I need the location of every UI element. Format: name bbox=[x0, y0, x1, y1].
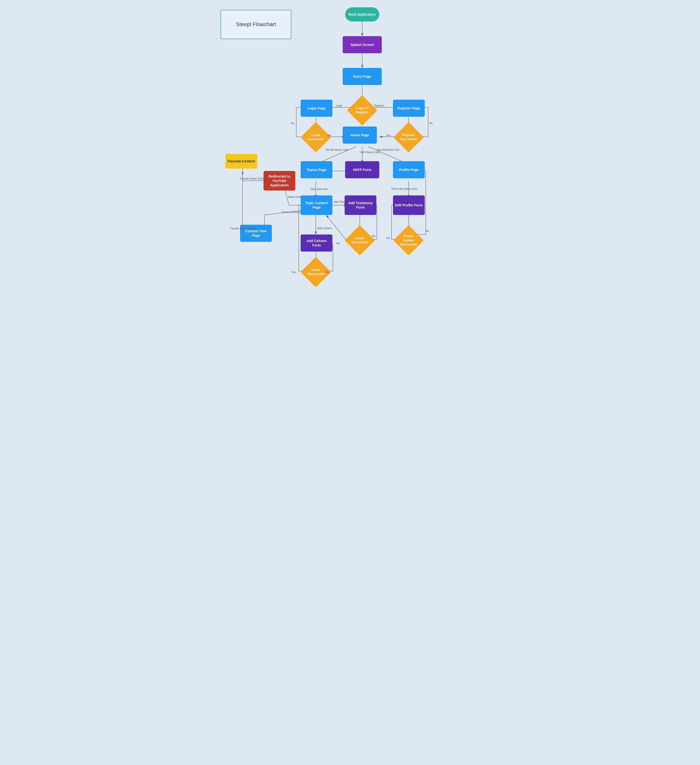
label-no-login: No bbox=[291, 122, 294, 124]
label-register: Register bbox=[374, 104, 384, 107]
node-edit-profile-form: Edit Profile Form bbox=[393, 195, 425, 215]
node-login-successful: Login Successful bbox=[300, 122, 331, 153]
node-login-page: Login Page bbox=[300, 100, 332, 117]
node-entry: Entry Page bbox=[343, 68, 382, 85]
label-no-profile-1: No bbox=[387, 236, 390, 239]
label-edit-profile: Edit Profile Button Click bbox=[392, 187, 417, 190]
label-favorite-1: Favorite Button Clicked bbox=[240, 177, 265, 180]
label-content-clicked: Content Clicked bbox=[282, 211, 300, 214]
label-add-testimony: Add Testimony bbox=[334, 200, 351, 203]
label-nav-bar-right: Nav Bar Button Click bbox=[377, 148, 400, 151]
chart-title: Steepl Flowchart bbox=[236, 21, 276, 28]
label-yes-register: Yes bbox=[386, 134, 390, 137]
label-no-profile-2: No bbox=[426, 230, 429, 233]
node-insert-successful-testimony: Insert Successful bbox=[344, 225, 375, 255]
label-no-testimony: No bbox=[372, 235, 375, 238]
label-hayf-click: HAYF Button Click bbox=[360, 151, 380, 154]
title-box: Steepl Flowchart bbox=[220, 10, 291, 39]
node-add-testimony-form: Add Testimony Form bbox=[344, 195, 376, 215]
label-yes-testimony: Yes bbox=[336, 242, 340, 245]
node-splash: Splash Screen bbox=[343, 36, 382, 53]
label-nav-bar-left: Nav Bar Button Click bbox=[326, 148, 348, 151]
label-yes-column: Yes bbox=[291, 271, 296, 274]
label-video-click: Video Click bbox=[288, 195, 301, 198]
label-login: Login bbox=[336, 104, 343, 107]
node-register-successful: Register Successful bbox=[393, 122, 424, 153]
node-home-page: Home Page bbox=[343, 126, 377, 143]
node-boot: Boot Application bbox=[345, 7, 379, 22]
node-redirected-youtube: Redirected to YouTube Application bbox=[264, 171, 295, 190]
node-profile-update-successful: Profile Update Successful bbox=[393, 225, 424, 255]
label-no-register: No bbox=[429, 122, 433, 124]
label-yes-login: Yes bbox=[327, 134, 332, 137]
node-register-page: Register Page bbox=[393, 100, 425, 117]
node-login-or-register: Login or Register bbox=[347, 95, 378, 126]
node-hayf-form: HAYF Form bbox=[345, 161, 379, 178]
node-add-column-form: Add Column Form bbox=[300, 235, 332, 252]
label-add-column: Add Column bbox=[317, 227, 332, 230]
label-favorite-2: Favorite Button Clicked bbox=[230, 227, 255, 230]
label-no-column: No bbox=[326, 271, 329, 274]
flowchart-canvas: Steepl Flowchart bbox=[216, 0, 484, 293]
node-topics-page: Topics Page bbox=[300, 161, 332, 178]
node-profile-page: Profile Page bbox=[393, 161, 425, 178]
node-favorite-content: Favorite Content bbox=[225, 154, 257, 168]
node-topic-content-page: Topic Content Page bbox=[300, 195, 332, 215]
label-topic-selected: Topic Selected bbox=[310, 187, 327, 190]
